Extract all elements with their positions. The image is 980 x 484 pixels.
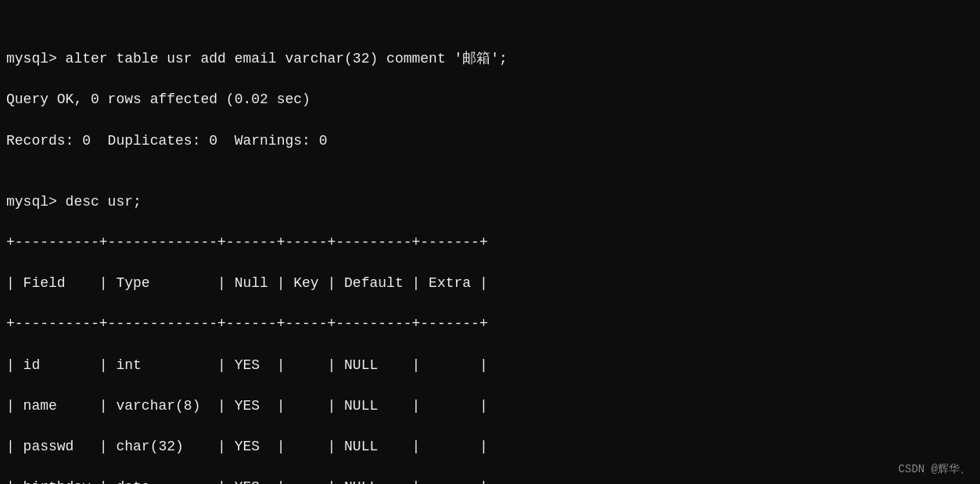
line-11: | passwd | char(32) | YES | | NULL | | bbox=[6, 436, 974, 457]
watermark: CSDN @辉华、 bbox=[899, 462, 971, 476]
line-10: | name | varchar(8) | YES | | NULL | | bbox=[6, 396, 974, 416]
line-12: | birthday | date | YES | | NULL | | bbox=[6, 477, 974, 484]
line-6: +----------+-------------+------+-----+-… bbox=[6, 232, 974, 253]
line-1: mysql> alter table usr add email varchar… bbox=[6, 48, 974, 69]
line-7: | Field | Type | Null | Key | Default | … bbox=[6, 273, 974, 293]
line-5: mysql> desc usr; bbox=[6, 192, 974, 212]
line-3: Records: 0 Duplicates: 0 Warnings: 0 bbox=[6, 131, 974, 151]
line-8: +----------+-------------+------+-----+-… bbox=[6, 314, 974, 334]
line-2: Query OK, 0 rows affected (0.02 sec) bbox=[6, 89, 974, 109]
line-9: | id | int | YES | | NULL | | bbox=[6, 355, 974, 375]
terminal-window: mysql> alter table usr add email varchar… bbox=[0, 0, 980, 484]
